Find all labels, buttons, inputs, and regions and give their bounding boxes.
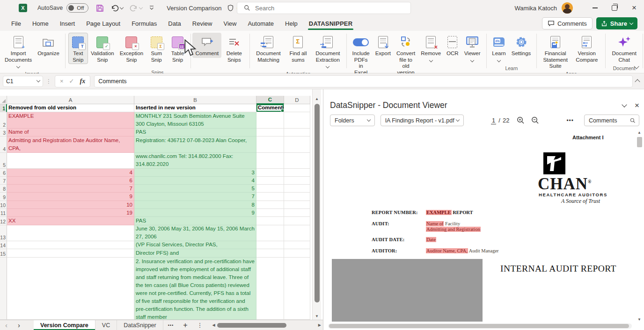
customize-quick-access-button[interactable] — [149, 6, 154, 10]
grid-horizontal-scrollbar[interactable]: ◀ ▶ — [211, 323, 323, 328]
zoom-out-button[interactable] — [531, 116, 539, 124]
name-box[interactable]: C1 — [3, 76, 43, 87]
folders-dropdown[interactable]: Folders — [330, 115, 375, 126]
panel-scroll-up-icon[interactable]: ▲ — [636, 130, 643, 135]
tab-help[interactable]: Help — [279, 16, 303, 31]
comments-button[interactable]: Comments — [542, 17, 593, 29]
cell-a12[interactable]: XX — [7, 217, 134, 225]
grid-vscroll-thumb[interactable] — [315, 104, 320, 302]
cell-a10[interactable]: 10 — [7, 201, 134, 209]
tab-datasnipper[interactable]: DATASNIPPER — [303, 16, 358, 31]
tab-automate[interactable]: Automate — [242, 16, 279, 31]
delete-snips-button[interactable]: Delete Snips — [221, 33, 247, 64]
cell-a15[interactable] — [7, 249, 134, 258]
row-header-1[interactable]: 1 — [0, 104, 7, 112]
tab-page-layout[interactable]: Page Layout — [80, 16, 126, 31]
redo-button[interactable] — [130, 4, 142, 12]
cell-b3[interactable]: PAS — [134, 129, 256, 136]
cell-b9[interactable]: 7 — [134, 193, 256, 201]
grid-vertical-scrollbar[interactable]: ▲ ▼ — [312, 89, 321, 320]
cell-d4[interactable] — [284, 136, 310, 153]
include-pdfs-toggle-icon[interactable] — [353, 38, 369, 46]
cell-c4[interactable] — [256, 136, 284, 153]
panel-hscroll-thumb[interactable] — [329, 324, 629, 328]
search-box[interactable] — [237, 2, 411, 14]
cell-a3[interactable]: Name of — [7, 129, 134, 136]
hscroll-left-icon[interactable]: ◀ — [211, 323, 217, 327]
cell-d8[interactable] — [284, 185, 310, 193]
cell-a2[interactable]: EXAMPLE — [7, 112, 134, 129]
panel-horizontal-scrollbar[interactable] — [328, 323, 632, 329]
cell-b14[interactable]: (VP Fiscal Services, Director PAS, — [134, 241, 256, 249]
undo-dropdown-icon[interactable] — [120, 5, 124, 9]
row-header-3[interactable]: 3 — [0, 129, 7, 136]
tab-data[interactable]: Data — [162, 16, 186, 31]
cell-c1-selected[interactable]: Comments — [256, 104, 284, 112]
new-sheet-button[interactable]: + — [178, 321, 192, 330]
cell-a1[interactable]: Removed from old version — [7, 104, 134, 112]
cell-b11[interactable]: 9 — [134, 209, 256, 217]
row-header-2[interactable]: 2 — [0, 112, 7, 129]
column-header-d[interactable]: D — [284, 96, 310, 104]
cancel-entry-button[interactable]: × — [60, 78, 64, 85]
include-pdfs-button[interactable]: Include PDFs in Excel — [350, 33, 373, 77]
cell-a11[interactable]: 19 — [7, 209, 134, 217]
cell-b16[interactable]: 2. Insurance verification and pre-certif… — [134, 258, 256, 320]
document-extraction-button[interactable]: Document Extraction — [312, 33, 344, 71]
row-header-11[interactable]: 11 — [0, 209, 7, 217]
share-button[interactable]: Share — [596, 17, 637, 29]
scroll-down-icon[interactable]: ▼ — [313, 314, 321, 318]
confirm-entry-button[interactable]: ✓ — [69, 78, 74, 85]
document-dropdown[interactable]: IA Findings Report - v1.pdf — [381, 115, 464, 126]
cell-a4[interactable]: Admitting and Registration Date Auditor … — [7, 136, 134, 153]
excel-logo-icon[interactable]: X — [19, 4, 27, 12]
financial-statement-suite-button[interactable]: Financial Statement Suite — [540, 33, 571, 71]
panel-vertical-scrollbar[interactable]: ▲ ▼ — [636, 130, 643, 322]
tab-view[interactable]: View — [218, 16, 242, 31]
export-button[interactable]: Export — [373, 33, 394, 58]
sheet-options-button[interactable]: ⋮ — [192, 322, 208, 329]
find-all-sums-button[interactable]: Σ Find all sums — [284, 33, 312, 64]
avatar[interactable] — [562, 2, 573, 14]
cell-b15[interactable]: Director PFS) and — [134, 249, 256, 258]
tab-insert[interactable]: Insert — [54, 16, 81, 31]
undo-button[interactable] — [110, 4, 123, 12]
cell-d14[interactable] — [284, 241, 310, 249]
cell-a6[interactable]: 4 — [7, 169, 134, 177]
autosave-toggle[interactable]: Off — [66, 3, 88, 13]
row-header-16[interactable] — [0, 258, 7, 320]
search-input[interactable] — [254, 4, 387, 12]
remove-button[interactable]: × Remove — [418, 33, 444, 64]
cell-d12[interactable] — [284, 217, 310, 225]
cell-c5[interactable] — [256, 153, 284, 169]
cell-b5[interactable]: www.chanllc.com Tel: 314.802.2000 Fax: 3… — [134, 153, 256, 169]
convert-file-button[interactable]: Convert file to old version — [394, 33, 418, 77]
cell-c8[interactable] — [256, 185, 284, 193]
formula-input[interactable]: Comments — [94, 75, 633, 87]
tab-review[interactable]: Review — [187, 16, 218, 31]
cell-b4[interactable]: Registration: 436712 07-08-2023 Alan Coo… — [134, 136, 256, 153]
prev-sheet-button[interactable]: ‹ — [0, 321, 13, 329]
next-sheet-button[interactable]: › — [13, 321, 25, 329]
cell-c13[interactable] — [256, 225, 284, 241]
cell-b13[interactable]: June 30, 2006 May 31, 2006 May 15, 2006 … — [134, 225, 256, 241]
cell-d16[interactable] — [284, 258, 310, 320]
viewer-button[interactable]: Viewer — [461, 33, 483, 64]
cell-c11[interactable] — [256, 209, 284, 217]
cell-b8[interactable]: 5 — [134, 185, 256, 193]
row-header-6[interactable]: 6 — [0, 169, 7, 177]
document-chat-button[interactable]: Document Chat — [608, 33, 640, 64]
cell-c6[interactable] — [256, 169, 284, 177]
panel-search-input[interactable] — [588, 117, 630, 124]
cell-d7[interactable] — [284, 177, 310, 185]
cell-c14[interactable] — [256, 241, 284, 249]
column-header-a[interactable]: A — [7, 96, 134, 104]
cell-a16[interactable] — [7, 258, 134, 320]
row-header-5[interactable]: 5 — [0, 153, 7, 169]
cell-b2[interactable]: MONTHLY 231 South Bemiston Avenue Suite … — [134, 112, 256, 129]
cell-c9[interactable] — [256, 193, 284, 201]
sum-snip-button[interactable]: Σ Sum Snip — [146, 33, 167, 64]
column-header-c[interactable]: C — [256, 96, 284, 104]
hscroll-right-icon[interactable]: ▶ — [316, 323, 323, 327]
cell-a8[interactable]: 7 — [7, 185, 134, 193]
